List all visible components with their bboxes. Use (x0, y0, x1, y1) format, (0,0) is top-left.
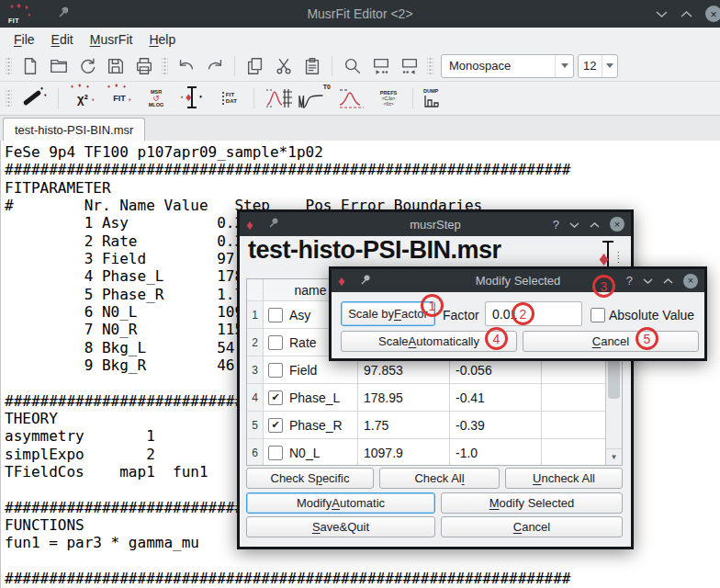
find-previous-icon[interactable] (395, 53, 423, 78)
param-name: Phase_L (289, 390, 340, 405)
table-row[interactable]: 5 ✔Phase_R 1.75 -0.39 (247, 412, 622, 439)
table-row[interactable]: 4 ✔Phase_L 178.95 -0.41 (247, 384, 622, 412)
modify-automatic-button[interactable]: Modify Automatic (246, 492, 435, 514)
musrfit-app-icon: ♦♦ ♦♦ FIT (7, 3, 37, 25)
musrprefs-icon[interactable]: PREFS <CJo> <IIz> (371, 84, 406, 113)
row-checkbox[interactable]: ✔ (268, 390, 283, 405)
menu-help[interactable]: Help (141, 30, 184, 49)
paste-icon[interactable] (298, 53, 326, 78)
font-size-select[interactable]: 12 (578, 54, 618, 78)
maximize-button[interactable] (681, 6, 692, 22)
minimize-button[interactable] (656, 6, 668, 22)
musrstep-icon: ♦ (246, 218, 253, 232)
absolute-value-checkbox[interactable] (591, 308, 605, 322)
factor-label: Factor (443, 308, 479, 322)
toolbar-handle[interactable] (6, 88, 12, 108)
menu-file[interactable]: File (6, 30, 43, 49)
musrwiz-icon[interactable]: ♦ ♦ ♦ (17, 84, 51, 113)
maximize-button[interactable] (663, 274, 673, 288)
cancel-button[interactable]: Cancel (441, 516, 623, 537)
modify-selected-button[interactable]: Modify Selected (441, 492, 623, 514)
param-name: Rate (289, 335, 317, 350)
find-icon[interactable] (338, 53, 366, 78)
cut-icon[interactable] (269, 53, 298, 78)
musrfit-icon[interactable]: ♦ ♦ ♦ ♦ FIT (102, 84, 137, 113)
toolbar-handle[interactable] (427, 56, 433, 76)
minimize-button[interactable] (569, 218, 579, 232)
plot-icon[interactable] (261, 84, 296, 113)
new-file-icon[interactable] (16, 53, 44, 78)
param-name: Field (289, 363, 317, 378)
msr2data-icon[interactable]: FIT DAT (212, 84, 247, 113)
menu-bar: File Edit MusrFit Help (0, 28, 720, 51)
row-checkbox[interactable]: ✔ (268, 418, 283, 433)
param-value: 1.75 (358, 412, 450, 439)
minimize-button[interactable] (643, 274, 653, 288)
uncheck-all-button[interactable]: Uncheck All (505, 468, 623, 489)
print-icon[interactable] (129, 53, 158, 78)
dialog-icon: ♦ (338, 274, 345, 288)
menu-musrfit[interactable]: MusrFit (82, 30, 141, 49)
cancel-button[interactable]: Cancel (523, 331, 699, 352)
musrview-icon[interactable]: ♦ ♦ ♦ (175, 84, 210, 113)
check-specific-button[interactable]: Check Specific (246, 468, 374, 489)
modify-selected-dialog: ♦ Modify Selected ? × Scale by Factor Fa… (329, 266, 707, 361)
annotation-circle-3: 3 (592, 275, 615, 298)
row-checkbox[interactable] (268, 363, 283, 378)
table-row[interactable]: 6 N0_L 1097.9 -1.0 (247, 439, 622, 466)
menu-edit[interactable]: Edit (43, 30, 82, 49)
pin-icon[interactable] (359, 273, 371, 289)
save-icon[interactable] (101, 53, 129, 78)
param-value: 178.95 (358, 384, 450, 412)
msr-mlog-swap-icon[interactable]: MSR ↺ MLOG (139, 84, 174, 113)
undo-icon[interactable] (172, 53, 200, 78)
find-next-icon[interactable] (366, 53, 395, 78)
param-name: Asy (289, 308, 310, 322)
param-step: -0.39 (450, 412, 542, 439)
musrstep-titlebar[interactable]: ♦ musrStep ? × (240, 212, 631, 236)
scrollbar-down-button[interactable]: ▼ (606, 448, 622, 465)
row-checkbox[interactable] (268, 335, 283, 350)
param-step: -0.41 (450, 384, 542, 412)
window-titlebar: ♦♦ ♦♦ FIT MusrFit Editor <2> × (0, 0, 720, 28)
row-checkbox[interactable] (268, 308, 283, 322)
application-window: ♦♦ ♦♦ FIT MusrFit Editor <2> × File Edit… (0, 0, 720, 588)
tab-msr-file[interactable]: test-histo-PSI-BIN.msr (3, 118, 145, 141)
toolbar-handle[interactable] (162, 56, 168, 76)
maximize-button[interactable] (590, 218, 600, 232)
param-name: Phase_R (289, 418, 343, 433)
reload-icon[interactable] (73, 53, 101, 78)
pin-icon[interactable] (57, 6, 70, 22)
param-value: 1097.9 (358, 439, 450, 466)
close-button[interactable]: × (683, 274, 698, 288)
musrfit-toolbar: ♦ ♦ ♦ ♦ ♦ ♦ ♦ χ² ♦ ♦ ♦ ♦ FIT MSR ↺ MLOG … (0, 82, 720, 116)
pin-icon[interactable] (267, 216, 279, 232)
param-step: -1.0 (450, 439, 542, 466)
redo-icon[interactable] (200, 53, 229, 78)
annotation-circle-5: 5 (636, 327, 658, 350)
musrstep-dialog: ♦ musrStep ? × test-histo-PSI-BIN.msr ♦:… (237, 209, 634, 549)
dialog-title: musrStep (304, 218, 567, 232)
annotation-circle-2: 2 (512, 302, 534, 325)
open-file-icon[interactable] (44, 53, 73, 78)
dialog-heading: test-histo-PSI-BIN.msr (248, 236, 501, 265)
musrt0-icon[interactable]: T0 (298, 84, 332, 113)
check-all-button[interactable]: Check All (379, 468, 500, 489)
fourier-icon[interactable] (334, 84, 369, 113)
chevron-down-icon (602, 55, 617, 77)
close-button[interactable]: × (705, 6, 720, 22)
row-checkbox[interactable] (268, 446, 283, 460)
modify-titlebar[interactable]: ♦ Modify Selected ? × (332, 269, 704, 292)
dump-header-icon[interactable]: DUMP (420, 84, 455, 113)
close-button[interactable]: × (610, 217, 624, 232)
copy-icon[interactable] (241, 53, 269, 78)
chevron-down-icon (555, 55, 573, 77)
param-name: N0_L (289, 446, 320, 460)
save-quit-button[interactable]: Save&Quit (246, 516, 435, 537)
annotation-circle-4: 4 (485, 327, 508, 350)
annotation-circle-1: 1 (421, 294, 444, 317)
calc-chisq-icon[interactable]: ♦ ♦ ♦ ♦ χ² (65, 84, 100, 113)
toolbar-handle[interactable] (6, 56, 12, 76)
window-title: MusrFit Editor <2> (0, 6, 720, 21)
font-family-select[interactable]: Monospace (441, 54, 574, 78)
